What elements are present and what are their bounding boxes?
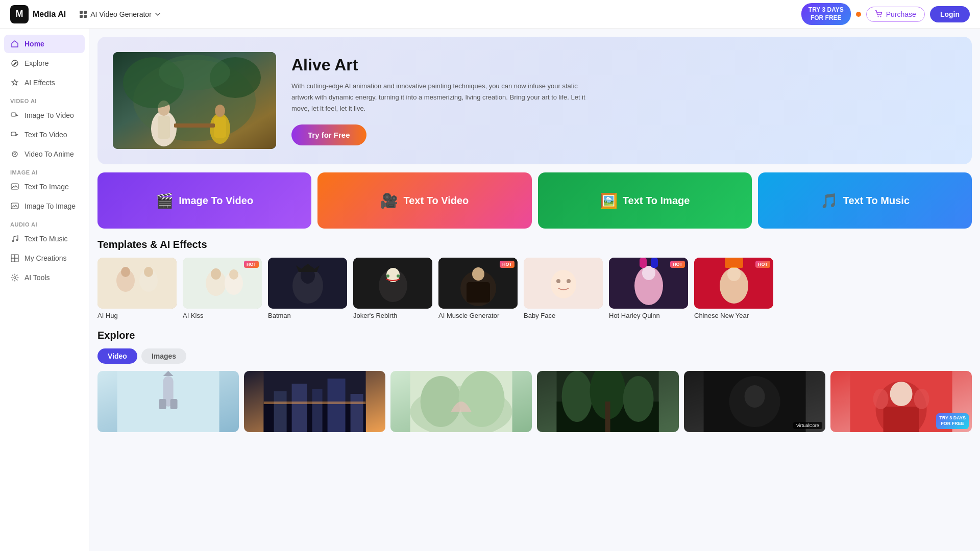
- status-dot: [856, 12, 861, 17]
- cart-icon: [875, 10, 883, 18]
- explore-tab-video[interactable]: Video: [97, 348, 137, 364]
- sidebar-item-label: Image To Video: [24, 111, 74, 119]
- sidebar-item-text-to-music[interactable]: Text To Music: [4, 230, 85, 248]
- image-video-icon: [10, 111, 19, 120]
- svg-rect-98: [883, 407, 919, 432]
- svg-rect-3: [84, 15, 87, 18]
- anime-icon: [10, 149, 19, 159]
- music-icon: [10, 234, 19, 243]
- virtualcore-badge: VirtualCore: [793, 422, 822, 429]
- sidebar-item-label: AI Effects: [24, 79, 55, 87]
- home-icon: [10, 39, 19, 48]
- card-icon: 🎵: [820, 192, 838, 209]
- sidebar-item-label: My Creations: [24, 254, 66, 262]
- header-right: TRY 3 DAYS FOR FREE Purchase Login: [801, 3, 970, 25]
- try-free-button[interactable]: Try for Free: [291, 124, 366, 145]
- explore-item-1[interactable]: [97, 371, 239, 432]
- hero-description: With cutting-edge AI animation and innov…: [291, 81, 598, 114]
- purchase-button[interactable]: Purchase: [866, 7, 925, 22]
- template-label: AI Muscle Generator: [438, 312, 518, 319]
- sidebar-item-text-to-video[interactable]: Text To Video: [4, 126, 85, 144]
- card-label: Image To Video: [179, 195, 253, 207]
- svg-rect-76: [274, 391, 287, 432]
- sidebar-item-label: Explore: [24, 59, 48, 67]
- explore-item-4[interactable]: [537, 371, 678, 432]
- explore-thumb: [244, 371, 385, 432]
- image-to-video-card[interactable]: 🎬 Image To Video: [97, 172, 311, 229]
- sidebar-item-ai-tools[interactable]: AI Tools: [4, 268, 85, 287]
- template-thumb: [97, 258, 177, 309]
- logo-text: Media AI: [33, 10, 66, 19]
- template-item-ai-muscle[interactable]: HOT AI Muscle Generator: [438, 258, 518, 319]
- svg-point-5: [880, 16, 881, 17]
- svg-rect-15: [11, 255, 15, 258]
- template-thumb: HOT: [609, 258, 688, 309]
- main-layout: Home Explore AI Effects Video AI Image T…: [0, 29, 980, 551]
- chevron-down-icon: [155, 11, 161, 17]
- try-banner[interactable]: TRY 3 DAYS FOR FREE: [801, 3, 851, 25]
- explore-item-6[interactable]: TRY 3 DAYS FOR FREE: [830, 371, 972, 432]
- template-thumb: [268, 258, 347, 309]
- template-image: [268, 258, 347, 309]
- card-icon: 🎥: [380, 192, 398, 209]
- login-button[interactable]: Login: [930, 6, 970, 22]
- template-image: [524, 258, 603, 309]
- svg-point-51: [397, 274, 400, 278]
- svg-point-19: [14, 277, 16, 279]
- header: M Media AI AI Video Generator TRY 3 DAYS…: [0, 0, 980, 29]
- svg-point-10: [14, 153, 16, 155]
- sidebar-item-image-to-image[interactable]: Image To Image: [4, 197, 85, 215]
- svg-point-84: [421, 376, 461, 427]
- sidebar-item-label: Text To Image: [24, 183, 69, 191]
- sidebar-item-explore[interactable]: Explore: [4, 54, 85, 72]
- text-video-icon: [10, 130, 19, 139]
- nav-dropdown[interactable]: AI Video Generator: [74, 7, 166, 21]
- template-thumb: [353, 258, 432, 309]
- sidebar-item-home[interactable]: Home: [4, 35, 85, 53]
- sidebar-item-label: Text To Video: [24, 131, 67, 139]
- sidebar-item-label: AI Tools: [24, 273, 50, 282]
- svg-point-54: [472, 267, 484, 281]
- template-label: Hot Harley Quinn: [609, 312, 688, 319]
- template-item-hot-harley-quinn[interactable]: HOT Hot Harley Quinn: [609, 258, 688, 319]
- painting-artwork: [113, 52, 276, 149]
- template-label: Baby Face: [524, 312, 603, 319]
- text-to-video-card[interactable]: 🎥 Text To Video: [317, 172, 531, 229]
- sidebar-section-image: Image AI: [4, 164, 85, 178]
- explore-item-5[interactable]: VirtualCore: [684, 371, 825, 432]
- template-item-baby-face[interactable]: Baby Face: [524, 258, 603, 319]
- explore-item-3[interactable]: [390, 371, 532, 432]
- sidebar-item-video-to-anime[interactable]: Video To Anime: [4, 145, 85, 163]
- svg-rect-68: [725, 258, 743, 268]
- svg-rect-33: [97, 258, 177, 309]
- sidebar-item-ai-effects[interactable]: AI Effects: [4, 73, 85, 92]
- template-item-ai-kiss[interactable]: HOT AI Kiss: [183, 258, 262, 319]
- hot-badge: HOT: [244, 261, 259, 268]
- explore-tab-images[interactable]: Images: [141, 348, 186, 364]
- template-item-ai-hug[interactable]: AI Hug: [97, 258, 177, 319]
- sidebar-item-text-to-image[interactable]: Text To Image: [4, 178, 85, 196]
- template-item-chinese-new-year[interactable]: HOT Chinese New Year: [694, 258, 773, 319]
- hot-badge: HOT: [500, 261, 514, 268]
- sidebar-item-my-creations[interactable]: My Creations: [4, 249, 85, 267]
- templates-section-title: Templates & AI Effects: [97, 239, 972, 251]
- sidebar-item-label: Video To Anime: [24, 150, 74, 158]
- card-label: Text To Image: [623, 195, 690, 207]
- svg-point-62: [642, 266, 655, 280]
- hero-text: Alive Art With cutting-edge AI animation…: [291, 56, 957, 145]
- svg-rect-72: [159, 399, 166, 409]
- template-item-batman[interactable]: Batman: [268, 258, 347, 319]
- explore-item-2[interactable]: [244, 371, 385, 432]
- svg-point-85: [459, 371, 505, 427]
- sidebar-section-audio: Audio AI: [4, 216, 85, 230]
- sidebar-item-label: Image To Image: [24, 202, 76, 210]
- sidebar-item-label: Home: [24, 40, 44, 48]
- svg-point-59: [567, 279, 571, 283]
- explore-thumb: [537, 371, 678, 432]
- svg-point-40: [211, 268, 221, 280]
- sidebar-item-image-to-video[interactable]: Image To Video: [4, 106, 85, 124]
- logo[interactable]: M Media AI: [10, 5, 66, 23]
- text-to-music-card[interactable]: 🎵 Text To Music: [758, 172, 972, 229]
- template-item-jokers-rebirth[interactable]: Joker's Rebirth: [353, 258, 432, 319]
- text-to-image-card[interactable]: 🖼️ Text To Image: [538, 172, 752, 229]
